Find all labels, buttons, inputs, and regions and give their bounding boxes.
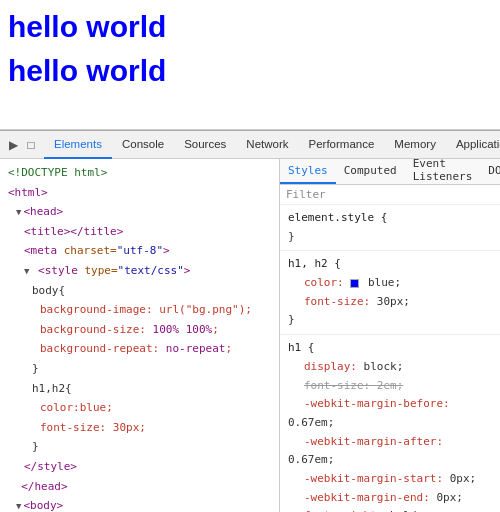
preview-h1: hello world [8,10,492,44]
css-rule-element-style: element.style { } [280,205,500,251]
tab-sources[interactable]: Sources [174,131,236,159]
tab-elements[interactable]: Elements [44,131,112,159]
dom-line: } [0,359,279,379]
dom-line: font-size: 30px; [0,418,279,438]
dom-line: color:blue; [0,398,279,418]
dom-line: h1,h2{ [0,379,279,399]
tab-memory[interactable]: Memory [384,131,446,159]
dom-tree-panel[interactable]: <!DOCTYPE html> <html> ▼<head> <title></… [0,159,280,512]
inspector-icon[interactable]: □ [22,135,40,155]
styles-panel[interactable]: Styles Computed Event Listeners DO Filte… [280,159,500,512]
dom-line: <title></title> [0,222,279,242]
dom-line: background-size: 100% 100%; [0,320,279,340]
subtab-styles[interactable]: Styles [280,159,336,184]
css-rule-h1-h2: h1, h2 { color: blue; font-size: 30px; } [280,251,500,335]
tab-application[interactable]: Applicatio... [446,131,500,159]
preview-h2: hello world [8,54,492,88]
dom-line: ▼<body> [0,496,279,512]
color-swatch-blue [350,279,359,288]
subtab-do[interactable]: DO [480,159,500,184]
tab-performance[interactable]: Performance [299,131,385,159]
styles-subtabs: Styles Computed Event Listeners DO [280,159,500,185]
dom-line: } [0,437,279,457]
devtools-main: <!DOCTYPE html> <html> ▼<head> <title></… [0,159,500,512]
tab-network[interactable]: Network [236,131,298,159]
tab-console[interactable]: Console [112,131,174,159]
dom-line: </head> [0,477,279,497]
styles-filter[interactable]: Filter [280,185,500,205]
dom-line: background-repeat: no-repeat; [0,339,279,359]
preview-area: hello world hello world [0,0,500,130]
dom-line: </style> [0,457,279,477]
dom-line: ▼ <style type="text/css"> [0,261,279,281]
dom-line: ▼<head> [0,202,279,222]
cursor-icon[interactable]: ▶ [4,135,22,155]
subtab-computed[interactable]: Computed [336,159,405,184]
devtools-panel: ▶ □ Elements Console Sources Network Per… [0,130,500,512]
subtab-event-listeners[interactable]: Event Listeners [405,159,481,184]
tab-icon-group: ▶ □ [4,135,40,155]
devtools-tabs-bar: ▶ □ Elements Console Sources Network Per… [0,131,500,159]
dom-line: body{ [0,281,279,301]
css-rule-h1: h1 { display: block; font-size: 2em; -we… [280,335,500,512]
dom-line: <html> [0,183,279,203]
dom-line: background-image: url("bg.png"); [0,300,279,320]
dom-line: <meta charset="utf-8"> [0,241,279,261]
dom-line: <!DOCTYPE html> [0,163,279,183]
